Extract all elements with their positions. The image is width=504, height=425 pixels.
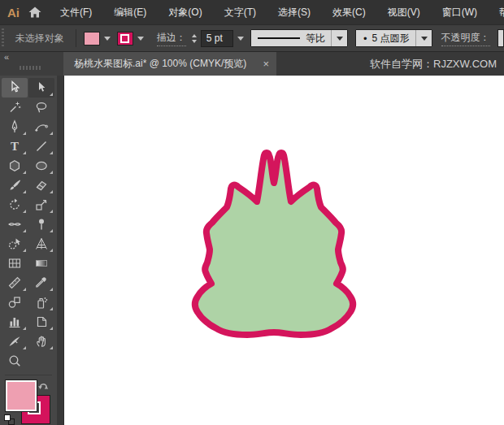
shape-builder-icon [7, 236, 22, 251]
hand-tool[interactable] [28, 332, 54, 351]
curvature-tool[interactable] [28, 117, 54, 137]
gradient-icon [34, 256, 49, 271]
stroke-profile-preview [258, 37, 300, 39]
stroke-color-swatch[interactable] [117, 32, 133, 46]
slice-tool[interactable] [2, 332, 28, 351]
menu-help[interactable]: 帮助(H) [499, 6, 504, 20]
paintbrush-icon [7, 178, 22, 193]
type-tool[interactable]: T [2, 137, 28, 156]
default-colors-button[interactable] [4, 414, 16, 425]
line-segment-tool[interactable] [28, 137, 54, 156]
scale-tool[interactable] [28, 195, 54, 215]
stroke-ring-icon [120, 34, 129, 43]
artwork-layer [64, 76, 504, 425]
stepper-up-icon [192, 34, 197, 37]
toolbar-dock-header: « [0, 52, 63, 76]
magnifier-icon [7, 353, 22, 368]
bar-chart-icon [7, 314, 22, 329]
app-logo: Ai [7, 6, 20, 20]
stroke-profile-select[interactable]: 等比 [250, 29, 348, 47]
shape-builder-tool[interactable] [2, 234, 28, 254]
fill-proxy-swatch[interactable] [6, 380, 37, 411]
toolbar-empty-slot [28, 351, 54, 371]
tab-close-icon[interactable]: × [263, 59, 269, 69]
menu-select[interactable]: 选择(S) [278, 6, 311, 20]
selection-arrow-icon [7, 80, 22, 95]
tab-row: « 杨桃水果图标.ai* @ 100% (CMYK/预览) × 软件自学网：RJ… [0, 52, 504, 76]
column-graph-tool[interactable] [2, 312, 28, 332]
menu-file[interactable]: 文件(F) [60, 6, 92, 20]
stroke-weight-stepper[interactable] [192, 34, 197, 43]
rotate-tool[interactable] [2, 195, 28, 215]
magic-wand-tool[interactable] [2, 98, 28, 117]
eyedropper-icon [34, 275, 49, 290]
gradient-tool[interactable] [28, 254, 54, 273]
fill-chevron-down-icon[interactable] [104, 37, 111, 41]
tab-bar-background: 软件自学网：RJZXW.COM [276, 52, 504, 76]
width-tool[interactable] [2, 215, 28, 234]
brush-definition-select[interactable]: • 5 点圆形 [355, 29, 432, 47]
perspective-grid-tool[interactable] [28, 234, 54, 254]
stroke-panel-link[interactable]: 描边： [157, 31, 186, 46]
eyedropper-tool[interactable] [28, 273, 54, 293]
puppet-warp-tool[interactable] [28, 215, 54, 234]
menu-type[interactable]: 文字(T) [224, 6, 256, 20]
document-tab[interactable]: 杨桃水果图标.ai* @ 100% (CMYK/预览) × [63, 52, 276, 76]
menu-window[interactable]: 窗口(W) [442, 6, 477, 20]
scale-icon [34, 197, 49, 212]
selection-status: 未选择对象 [15, 32, 64, 46]
stroke-weight-input[interactable]: 5 pt [201, 30, 233, 47]
canvas-artboard[interactable] [63, 76, 504, 425]
panel-grip[interactable] [2, 28, 7, 48]
brush-bullet-icon: • [363, 33, 367, 45]
toolbar-divider [5, 375, 52, 375]
line-segment-icon [34, 139, 49, 154]
hand-icon [34, 334, 49, 349]
menu-effect[interactable]: 效果(C) [332, 6, 366, 20]
stroke-chevron-down-icon[interactable] [137, 37, 144, 41]
direct-selection-tool[interactable] [28, 78, 54, 98]
lasso-tool[interactable] [28, 98, 54, 117]
swap-arrows-icon [37, 379, 50, 391]
tools-panel: T [0, 76, 57, 425]
opacity-panel-link[interactable]: 不透明度： [441, 31, 490, 46]
default-fill-mini-icon [4, 414, 11, 421]
stroke-weight-value: 5 pt [206, 33, 223, 44]
fill-color-swatch[interactable] [84, 32, 100, 46]
mesh-tool[interactable] [2, 254, 28, 273]
measure-tool[interactable] [2, 273, 28, 293]
eraser-tool[interactable] [28, 176, 54, 195]
spray-can-icon [34, 295, 49, 310]
dock-grip[interactable] [20, 66, 42, 70]
polygon-tool[interactable] [2, 156, 28, 176]
fill-stroke-control [0, 379, 57, 425]
dock-edge [57, 76, 63, 425]
menu-object[interactable]: 对象(O) [168, 6, 202, 20]
paintbrush-tool[interactable] [2, 176, 28, 195]
collapse-panel-button[interactable]: « [4, 52, 9, 62]
zoom-tool[interactable] [2, 351, 28, 371]
pen-tool[interactable] [2, 117, 28, 137]
artboard-icon [34, 314, 49, 329]
stroke-weight-chevron-icon[interactable] [237, 37, 244, 41]
ruler-icon [7, 275, 22, 290]
symbol-sprayer-tool[interactable] [28, 293, 54, 312]
lasso-icon [34, 100, 49, 115]
home-button[interactable] [28, 3, 42, 21]
direct-selection-arrow-icon [34, 80, 49, 95]
stepper-down-icon [192, 40, 197, 43]
swap-fill-stroke-button[interactable] [37, 379, 50, 394]
type-icon: T [7, 139, 22, 154]
blend-tool[interactable] [2, 293, 28, 312]
control-divider [76, 29, 76, 47]
main-area: T [0, 76, 504, 425]
starfruit-flame-shape[interactable] [195, 153, 353, 335]
artboard-tool[interactable] [28, 312, 54, 332]
menu-edit[interactable]: 编辑(E) [114, 6, 146, 20]
opacity-input-partial[interactable] [497, 29, 504, 47]
menu-view[interactable]: 视图(V) [388, 6, 420, 20]
ellipse-tool[interactable] [28, 156, 54, 176]
puppet-pin-icon [34, 217, 49, 232]
selection-tool[interactable] [2, 78, 28, 98]
pen-icon [7, 119, 22, 134]
